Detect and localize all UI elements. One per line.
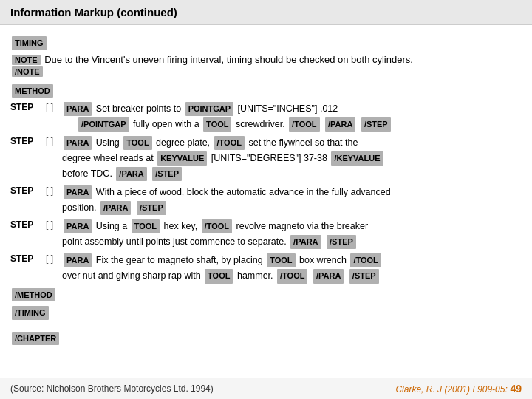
- tool-close-4: /TOOL: [202, 219, 232, 233]
- step-1-content: PARA Set breaker points to POINTGAP [UNI…: [62, 101, 522, 132]
- note-close-row: /NOTE: [10, 66, 522, 78]
- para-tag-4: PARA: [64, 219, 92, 233]
- para-close-3: /PARA: [100, 201, 131, 215]
- page-header: Information Markup (continued): [0, 0, 532, 25]
- pointgap-close-tag: /POINTGAP: [78, 117, 129, 132]
- step-4-content: PARA Using a TOOL hex key, /TOOL revolve…: [62, 219, 522, 250]
- tool-tag-4: TOOL: [132, 219, 160, 233]
- keyvalue-close-2: /KEYVALUE: [331, 151, 383, 166]
- step-close-5: /STEP: [349, 269, 379, 283]
- note-row: NOTE Due to the Vincent's uneven firing …: [10, 54, 522, 66]
- step-2-content: PARA Using TOOL degree plate, /TOOL set …: [62, 135, 522, 182]
- tool-close-1a: /TOOL: [289, 117, 319, 132]
- para-tag-3: PARA: [64, 185, 92, 200]
- step-2-label: STEP: [10, 135, 46, 146]
- method-close-row: /METHOD: [10, 287, 522, 303]
- tool-close-5b: /TOOL: [277, 269, 307, 283]
- step-close-2: /STEP: [152, 167, 182, 181]
- step-4-label: STEP: [10, 219, 46, 230]
- para-close-5: /PARA: [313, 269, 344, 283]
- step-3-bracket: [ ]: [46, 185, 62, 196]
- step-3-label: STEP: [10, 185, 46, 196]
- note-block: NOTE Due to the Vincent's uneven firing …: [10, 54, 522, 78]
- footer: (Source: Nicholson Brothers Motorcycles …: [0, 378, 532, 399]
- timing-close-tag: /TIMING: [12, 306, 49, 320]
- step-close-1: /STEP: [361, 117, 391, 132]
- chapter-close-tag: /CHAPTER: [12, 332, 59, 346]
- step-2-bracket: [ ]: [46, 135, 62, 146]
- step-2: STEP [ ] PARA Using TOOL degree plate, /…: [10, 135, 522, 182]
- header-title: Information Markup (continued): [10, 6, 177, 18]
- method-open-row: METHOD: [10, 83, 522, 99]
- step-close-4: /STEP: [327, 235, 356, 249]
- step-1: STEP [ ] PARA Set breaker points to POIN…: [10, 101, 522, 132]
- para-close-1: /PARA: [325, 117, 355, 132]
- step-4: STEP [ ] PARA Using a TOOL hex key, /TOO…: [10, 219, 522, 250]
- step-5-label: STEP: [10, 253, 46, 264]
- tool-tag-5b: TOOL: [205, 269, 233, 283]
- pointgap-tag: POINTGAP: [185, 102, 233, 116]
- step-4-bracket: [ ]: [46, 219, 62, 230]
- keyvalue-tag-2: KEYVALUE: [157, 151, 207, 166]
- step-3: STEP [ ] PARA With a piece of wood, bloc…: [10, 185, 522, 216]
- step-5: STEP [ ] PARA Fix the gear to magneto sh…: [10, 253, 522, 284]
- footer-citation: Clarke, R. J (2001) L909-05:: [395, 384, 507, 395]
- note-text: Due to the Vincent's uneven firing inter…: [44, 54, 413, 65]
- method-tag: METHOD: [12, 84, 53, 98]
- step-5-bracket: [ ]: [46, 253, 62, 264]
- footer-right: Clarke, R. J (2001) L909-05: 49: [395, 383, 522, 395]
- footer-page: 49: [510, 383, 522, 395]
- para-close-4: /PARA: [290, 235, 321, 249]
- timing-section: TIMING: [10, 35, 522, 51]
- main-content: TIMING NOTE Due to the Vincent's uneven …: [0, 25, 532, 378]
- step-close-3: /STEP: [137, 201, 166, 215]
- para-tag-1: PARA: [64, 102, 92, 116]
- note-close-tag: /NOTE: [12, 66, 43, 77]
- tool-tag-5a: TOOL: [267, 253, 295, 267]
- tool-tag-2: TOOL: [123, 136, 151, 150]
- para-tag-5: PARA: [64, 253, 92, 267]
- step-5-content: PARA Fix the gear to magneto shaft, by p…: [62, 253, 522, 284]
- tool-close-5a: /TOOL: [350, 253, 381, 267]
- step-1-line2: /POINTGAP fully open with a TOOL screwdr…: [77, 119, 392, 129]
- step-3-content: PARA With a piece of wood, block the aut…: [62, 185, 522, 216]
- note-tag: NOTE: [12, 55, 41, 65]
- tool-close-2: /TOOL: [214, 136, 245, 150]
- chapter-close-row: /CHAPTER: [10, 331, 522, 347]
- timing-tag: TIMING: [12, 36, 47, 50]
- page: Information Markup (continued) TIMING NO…: [0, 0, 532, 399]
- para-close-2: /PARA: [116, 167, 146, 181]
- spacer: [10, 324, 522, 328]
- step-1-bracket: [ ]: [46, 101, 62, 112]
- timing-close-row: /TIMING: [10, 305, 522, 321]
- footer-source: (Source: Nicholson Brothers Motorcycles …: [10, 383, 214, 394]
- method-close-tag: /METHOD: [12, 288, 55, 302]
- para-tag-2: PARA: [64, 136, 92, 150]
- tool-tag-1a: TOOL: [203, 117, 231, 132]
- step-1-label: STEP: [10, 101, 46, 112]
